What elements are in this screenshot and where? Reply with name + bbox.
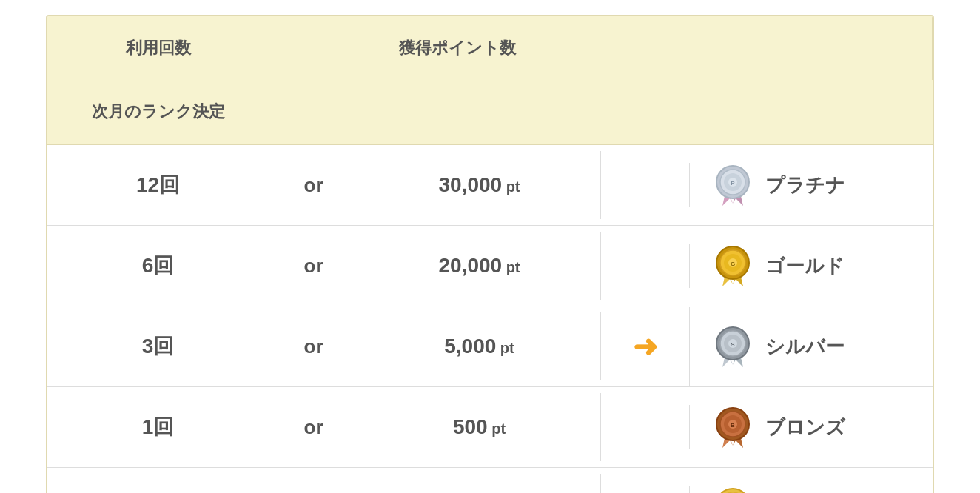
rank-cell: レギュラー [690, 468, 933, 493]
points-cell: 0 pt [358, 474, 601, 493]
medal-icon: G [712, 244, 754, 288]
medal-icon [712, 486, 754, 493]
rank-cell: S シルバー [690, 306, 933, 386]
rank-table: 利用回数 獲得ポイント数 次月のランク決定 12回 or 30,000 pt P… [46, 15, 934, 493]
table-header: 利用回数 獲得ポイント数 次月のランク決定 [47, 16, 933, 144]
medal-icon: S [712, 324, 754, 369]
or-cell: or [269, 232, 358, 300]
header-arrow-space [645, 16, 933, 80]
times-cell: 12回 [47, 149, 269, 221]
svg-text:B: B [731, 422, 735, 429]
points-cell: 30,000 pt [358, 151, 601, 219]
header-points: 獲得ポイント数 [269, 16, 645, 80]
table-row: 3回 or 5,000 pt ➜ S シルバー [47, 306, 933, 386]
rank-name: ブロンズ [765, 415, 845, 440]
table-row: 1回 or 500 pt B ブロンズ [47, 386, 933, 467]
points-cell: 20,000 pt [358, 232, 601, 300]
arrow-cell: ➜ [601, 307, 690, 386]
times-cell: 3回 [47, 310, 269, 383]
svg-text:S: S [731, 341, 735, 348]
header-rank: 次月のランク決定 [47, 80, 269, 144]
svg-text:G: G [731, 261, 735, 267]
rank-cell: B ブロンズ [690, 387, 933, 467]
points-cell: 500 pt [358, 393, 601, 461]
or-cell: or [269, 313, 358, 380]
times-cell: 6回 [47, 229, 269, 302]
svg-text:P: P [731, 180, 735, 187]
rank-name: シルバー [765, 334, 845, 360]
table-row: 6回 or 20,000 pt G ゴールド [47, 225, 933, 306]
times-cell: 0回 [47, 472, 269, 493]
times-cell: 1回 [47, 391, 269, 463]
header-times: 利用回数 [47, 16, 269, 80]
arrow-cell-empty [601, 163, 690, 207]
rank-name: プラチナ [765, 172, 845, 198]
arrow-cell-empty [601, 486, 690, 493]
medal-icon: B [712, 405, 754, 449]
rank-cell: P プラチナ [690, 145, 933, 225]
rank-name: ゴールド [765, 253, 845, 279]
or-cell: or [269, 152, 358, 219]
or-cell: or [269, 474, 358, 494]
medal-icon: P [712, 163, 754, 207]
arrow-cell-empty [601, 244, 690, 288]
table-row: 0回 or 0 pt レギュラー [47, 467, 933, 493]
arrow-right-icon: ➜ [633, 329, 658, 363]
table-body: 12回 or 30,000 pt P プラチナ 6回 or 20,000 pt [47, 144, 933, 493]
table-row: 12回 or 30,000 pt P プラチナ [47, 144, 933, 225]
arrow-cell-empty [601, 405, 690, 449]
rank-cell: G ゴールド [690, 226, 933, 306]
or-cell: or [269, 394, 358, 461]
points-cell: 5,000 pt [358, 312, 601, 380]
